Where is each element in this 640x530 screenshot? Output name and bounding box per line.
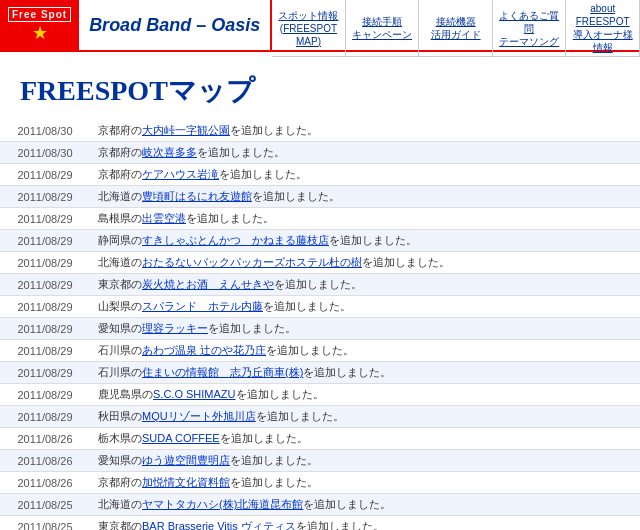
entry-link[interactable]: SUDA COFFEE [142, 432, 220, 444]
entry-content: 北海道のおたるないバックパッカーズホステル杜の樹を追加しました。 [90, 252, 640, 274]
nav-devices[interactable]: 接続機器活用ガイド [419, 0, 493, 56]
entry-date: 2011/08/29 [0, 318, 90, 340]
entry-link[interactable]: BAR Brasserie Vitis ヴィティス [142, 520, 296, 530]
entry-date: 2011/08/29 [0, 340, 90, 362]
entry-date: 2011/08/29 [0, 208, 90, 230]
entry-prefix: 鹿児島県の [98, 388, 153, 400]
table-row: 2011/08/29北海道のおたるないバックパッカーズホステル杜の樹を追加しまし… [0, 252, 640, 274]
entry-content: 島根県の出雲空港を追加しました。 [90, 208, 640, 230]
entry-prefix: 京都府の [98, 146, 142, 158]
entry-link[interactable]: ゆう遊空間豊明店 [142, 454, 230, 466]
entry-suffix: を追加しました。 [303, 366, 391, 378]
entry-prefix: 京都府の [98, 168, 142, 180]
entry-link[interactable]: 加悦情文化資料館 [142, 476, 230, 488]
entry-link[interactable]: すきしゃぶとんかつ かねまる藤枝店 [142, 234, 329, 246]
entry-content: 京都府の岐次喜多多を追加しました。 [90, 142, 640, 164]
table-row: 2011/08/29東京都の炭火焼とお酒 えんせきやを追加しました。 [0, 274, 640, 296]
entry-date: 2011/08/30 [0, 120, 90, 142]
header: Free Spot ★ Broad Band – Oasis スポット情報(FR… [0, 0, 640, 52]
entry-suffix: を追加しました。 [263, 300, 351, 312]
entry-suffix: を追加しました。 [230, 476, 318, 488]
entry-link[interactable]: 出雲空港 [142, 212, 186, 224]
logo-star-icon: ★ [32, 22, 48, 44]
entry-suffix: を追加しました。 [266, 344, 354, 356]
entry-prefix: 山梨県の [98, 300, 142, 312]
nav-top: スポット情報(FREESPOT MAP) 接続手順キャンペーン 接続機器活用ガイ… [272, 0, 640, 57]
entry-date: 2011/08/29 [0, 252, 90, 274]
nav-spot-info[interactable]: スポット情報(FREESPOT MAP) [272, 0, 346, 56]
table-row: 2011/08/29鹿児島県のS.C.O SHIMAZUを追加しました。 [0, 384, 640, 406]
nav-faq[interactable]: よくあるご質問テーマソング [493, 0, 567, 56]
entry-date: 2011/08/29 [0, 164, 90, 186]
entry-link[interactable]: 岐次喜多多 [142, 146, 197, 158]
entry-date: 2011/08/25 [0, 516, 90, 531]
entry-link[interactable]: ケアハウス岩滝 [142, 168, 219, 180]
entry-prefix: 静岡県の [98, 234, 142, 246]
entry-suffix: を追加しました。 [329, 234, 417, 246]
entry-date: 2011/08/25 [0, 494, 90, 516]
entry-suffix: を追加しました。 [256, 410, 344, 422]
entry-content: 北海道の豊頃町はるにれ友遊館を追加しました。 [90, 186, 640, 208]
entry-link[interactable]: MQUリゾート外旭川店 [142, 410, 256, 422]
entry-prefix: 石川県の [98, 344, 142, 356]
brand-title: Broad Band – Oasis [89, 15, 260, 36]
entry-suffix: を追加しました。 [219, 168, 307, 180]
entry-content: 石川県のあわづ温泉 辻のや花乃庄を追加しました。 [90, 340, 640, 362]
entry-content: 栃木県のSUDA COFFEEを追加しました。 [90, 428, 640, 450]
entry-date: 2011/08/26 [0, 472, 90, 494]
brand-area: Broad Band – Oasis [79, 0, 272, 50]
nav-area: スポット情報(FREESPOT MAP) 接続手順キャンペーン 接続機器活用ガイ… [272, 0, 640, 50]
entry-prefix: 東京都の [98, 520, 142, 530]
entry-prefix: 愛知県の [98, 322, 142, 334]
freespot-logo-text: Free Spot [8, 7, 71, 22]
table-row: 2011/08/26愛知県のゆう遊空間豊明店を追加しました。 [0, 450, 640, 472]
entry-content: 愛知県の理容ラッキーを追加しました。 [90, 318, 640, 340]
entry-link[interactable]: ヤマトタカハシ(株)北海道昆布館 [142, 498, 303, 510]
entry-date: 2011/08/29 [0, 384, 90, 406]
logo-area: Free Spot ★ [0, 0, 79, 50]
table-row: 2011/08/29京都府のケアハウス岩滝を追加しました。 [0, 164, 640, 186]
entry-content: 山梨県のスパランド ホテル内藤を追加しました。 [90, 296, 640, 318]
entry-suffix: を追加しました。 [296, 520, 384, 530]
table-row: 2011/08/29山梨県のスパランド ホテル内藤を追加しました。 [0, 296, 640, 318]
entry-link[interactable]: 大内峠一字観公園 [142, 124, 230, 136]
table-body: 2011/08/30京都府の大内峠一字観公園を追加しました。2011/08/30… [0, 120, 640, 530]
table-row: 2011/08/29島根県の出雲空港を追加しました。 [0, 208, 640, 230]
entry-link[interactable]: S.C.O SHIMAZU [153, 388, 236, 400]
entry-content: 鹿児島県のS.C.O SHIMAZUを追加しました。 [90, 384, 640, 406]
table-row: 2011/08/29愛知県の理容ラッキーを追加しました。 [0, 318, 640, 340]
entry-link[interactable]: 炭火焼とお酒 えんせきや [142, 278, 274, 290]
entry-suffix: を追加しました。 [362, 256, 450, 268]
nav-about[interactable]: about FREESPOT導入オーナ様情報 [566, 0, 640, 56]
entry-date: 2011/08/26 [0, 428, 90, 450]
entry-link[interactable]: スパランド ホテル内藤 [142, 300, 263, 312]
table-row: 2011/08/25北海道のヤマトタカハシ(株)北海道昆布館を追加しました。 [0, 494, 640, 516]
entry-prefix: 秋田県の [98, 410, 142, 422]
entry-link[interactable]: 住まいの情報館 志乃丘商車(株) [142, 366, 303, 378]
entry-prefix: 北海道の [98, 256, 142, 268]
entry-date: 2011/08/29 [0, 230, 90, 252]
entry-suffix: を追加しました。 [303, 498, 391, 510]
entry-date: 2011/08/30 [0, 142, 90, 164]
entry-prefix: 北海道の [98, 190, 142, 202]
entry-link[interactable]: 理容ラッキー [142, 322, 208, 334]
table-row: 2011/08/29静岡県のすきしゃぶとんかつ かねまる藤枝店を追加しました。 [0, 230, 640, 252]
entry-suffix: を追加しました。 [186, 212, 274, 224]
table-row: 2011/08/29石川県のあわづ温泉 辻のや花乃庄を追加しました。 [0, 340, 640, 362]
nav-connect[interactable]: 接続手順キャンペーン [346, 0, 420, 56]
table-row: 2011/08/26京都府の加悦情文化資料館を追加しました。 [0, 472, 640, 494]
entry-link[interactable]: あわづ温泉 辻のや花乃庄 [142, 344, 266, 356]
entry-prefix: 京都府の [98, 476, 142, 488]
entry-date: 2011/08/29 [0, 406, 90, 428]
entry-suffix: を追加しました。 [220, 432, 308, 444]
entry-content: 石川県の住まいの情報館 志乃丘商車(株)を追加しました。 [90, 362, 640, 384]
entry-suffix: を追加しました。 [274, 278, 362, 290]
entry-content: 東京都の炭火焼とお酒 えんせきやを追加しました。 [90, 274, 640, 296]
logo: Free Spot ★ [8, 7, 71, 44]
entry-link[interactable]: おたるないバックパッカーズホステル杜の樹 [142, 256, 362, 268]
entry-suffix: を追加しました。 [236, 388, 324, 400]
page-title-area: FREESPOTマップ [0, 52, 640, 120]
page-title: FREESPOTマップ [20, 72, 620, 110]
entry-suffix: を追加しました。 [230, 124, 318, 136]
entry-link[interactable]: 豊頃町はるにれ友遊館 [142, 190, 252, 202]
